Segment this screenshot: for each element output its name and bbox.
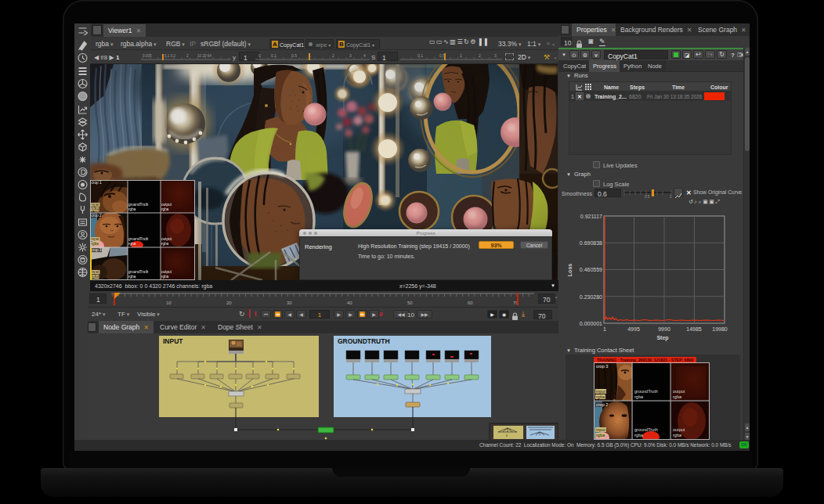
svg-text:14985: 14985 — [686, 326, 702, 332]
svg-text:20: 20 — [226, 301, 232, 305]
svg-text:4: 4 — [363, 53, 366, 58]
svg-text:2: 2 — [332, 53, 334, 58]
svg-text:0.460559: 0.460559 — [580, 267, 602, 272]
svg-text:Step: Step — [656, 335, 668, 341]
svg-text:50: 50 — [407, 301, 413, 305]
svg-text:10: 10 — [166, 301, 172, 305]
svg-text:0.000001: 0.000001 — [580, 321, 602, 326]
svg-text:40: 40 — [347, 301, 352, 305]
svg-text:19980: 19980 — [712, 326, 728, 332]
svg-text:3: 3 — [349, 53, 352, 58]
svg-text:4995: 4995 — [627, 326, 640, 332]
svg-text:3: 3 — [494, 53, 497, 58]
svg-text:0.921117: 0.921117 — [580, 214, 602, 219]
svg-text:1: 1 — [603, 326, 606, 332]
svg-text:30: 30 — [287, 301, 292, 305]
svg-text:0.005: 0.005 — [143, 54, 152, 58]
svg-text:1: 1 — [460, 53, 462, 58]
svg-text:10 20 64: 10 20 64 — [197, 54, 211, 58]
svg-text:0.1 0.2: 0.1 0.2 — [164, 54, 175, 58]
svg-text:1: 1 — [309, 53, 311, 58]
svg-text:2: 2 — [479, 53, 481, 58]
svg-text:GROUNDTRUTH: GROUNDTRUTH — [338, 337, 390, 345]
svg-text:60: 60 — [468, 301, 473, 305]
svg-text:Loss: Loss — [567, 264, 573, 276]
svg-text:0: 0 — [258, 53, 261, 58]
svg-text:1: 1 — [670, 195, 672, 198]
svg-text:0.1: 0.1 — [417, 53, 423, 58]
svg-text:0.1: 0.1 — [271, 53, 276, 58]
svg-text:INPUT: INPUT — [163, 337, 183, 345]
svg-text:0.690838: 0.690838 — [580, 240, 602, 246]
svg-text:0.5: 0.5 — [439, 53, 445, 58]
svg-text:0.230280: 0.230280 — [580, 294, 602, 300]
svg-text:0.5: 0.5 — [645, 195, 650, 198]
svg-text:9990: 9990 — [658, 326, 670, 332]
svg-text:0.5: 0.5 — [291, 53, 297, 58]
svg-text:2: 2 — [186, 54, 189, 58]
